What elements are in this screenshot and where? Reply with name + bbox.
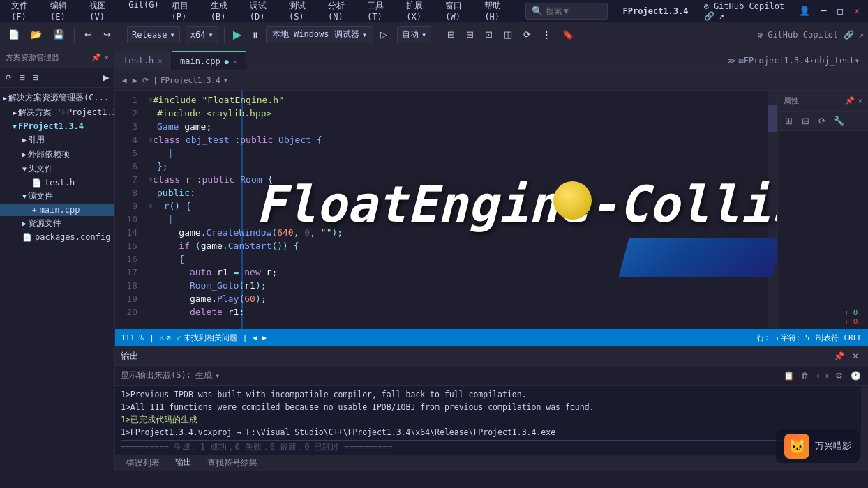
menu-tools[interactable]: 工具(T) (361, 0, 399, 23)
output-scrollbar[interactable] (861, 386, 868, 455)
sidebar-item-testh[interactable]: 📄 test.h (0, 176, 114, 189)
bottom-tab-errors[interactable]: 错误列表 (121, 455, 165, 472)
bottom-tab-find[interactable]: 查找符号结果 (202, 455, 263, 472)
tab-maincpp[interactable]: main.cpp ● ✕ (172, 51, 246, 70)
close-prop-icon[interactable]: ✕ (858, 96, 862, 105)
menu-extensions[interactable]: 扩展(X) (401, 0, 438, 23)
prop-btn-3[interactable]: ⟳ (814, 114, 830, 128)
toolbar-btn-5[interactable]: ⊞ (443, 28, 459, 41)
nav-back-button[interactable]: ◀ (121, 76, 128, 85)
menu-test[interactable]: 测试(S) (283, 0, 321, 23)
problem-status[interactable]: ✔ 未找到相关问题 (177, 333, 237, 343)
sidebar-item-resources[interactable]: ▶ 资源文件 (0, 216, 114, 231)
show-all-button[interactable]: ⋯ (43, 73, 56, 83)
global-search[interactable]: 🔍 (525, 3, 608, 20)
prop-btn-2[interactable]: ⊟ (798, 114, 813, 128)
new-file-button[interactable]: 📄 (4, 28, 24, 41)
redo-button[interactable]: ↪ (99, 28, 115, 41)
toolbar-btn-7[interactable]: ⊡ (481, 28, 497, 41)
bottom-tab-output[interactable]: 输出 (170, 455, 197, 472)
output-wrap-button[interactable]: ⟷ (815, 369, 829, 382)
close-button[interactable]: ✕ (851, 6, 862, 16)
tab-bar: test.h ✕ main.cpp ● ✕ ≫ ⊞ FProject1.3.4 … (115, 47, 868, 71)
run-button[interactable]: ▶ (230, 28, 244, 41)
filter-button[interactable]: ⊞ (16, 73, 28, 83)
tab-testh[interactable]: test.h ✕ (115, 51, 172, 70)
minimize-button[interactable]: ─ (818, 6, 830, 16)
toolbar-btn-9[interactable]: ⟳ (519, 28, 535, 41)
pin-icon[interactable]: 📌 (91, 53, 101, 62)
tab-close-icon-2[interactable]: ✕ (233, 57, 238, 66)
menu-git[interactable]: Git(G) (123, 0, 164, 23)
sidebar-item-maincpp[interactable]: + main.cpp (0, 204, 114, 216)
pause-button[interactable]: ⏸ (247, 29, 263, 40)
collapse-all-button[interactable]: ⊟ (29, 73, 41, 83)
sidebar-item-project[interactable]: ▼ FProject1.3.4 (0, 120, 114, 132)
output-controls[interactable]: 📌 ✕ (832, 350, 862, 363)
zoom-status[interactable]: 111 % (121, 333, 144, 342)
nav-forward-button[interactable]: ▶ (131, 76, 139, 85)
config-dropdown[interactable]: Release ▾ (127, 26, 180, 43)
menu-debug[interactable]: 调试(D) (244, 0, 282, 23)
output-copy-button[interactable]: 📋 (781, 369, 795, 382)
bookmark-button[interactable]: 🔖 (558, 28, 578, 41)
indent-status[interactable]: 制表符 (816, 333, 839, 343)
editor-scrollbar[interactable] (768, 91, 777, 329)
filter-dropdown[interactable]: 生成 ▾ (195, 369, 220, 381)
debug-dropdown[interactable]: 本地 Windows 调试器 ▾ (266, 26, 373, 43)
step-button[interactable]: ▷ (376, 28, 391, 41)
menu-help[interactable]: 帮助(H) (479, 0, 516, 23)
sync-button[interactable]: ⟳ (3, 73, 15, 83)
auto-dropdown[interactable]: 自动 ▾ (397, 26, 431, 43)
sidebar-item-references[interactable]: ▶ 引用 (0, 132, 114, 147)
sidebar-item-solution-explorer[interactable]: ▶ 解决方案资源管理器(C... (0, 91, 114, 105)
menu-view[interactable]: 视图(V) (84, 0, 121, 23)
prop-btn-1[interactable]: ⊞ (781, 114, 796, 128)
code-line-17: auto r1 = new r; (149, 266, 762, 279)
menu-project[interactable]: 项目(P) (166, 0, 204, 23)
tab-close-icon[interactable]: ✕ (158, 56, 163, 66)
code-content[interactable]: ∨ #include "FloatEngine.h" #include <ray… (143, 91, 768, 329)
pin-prop-icon[interactable]: 📌 (845, 96, 855, 105)
save-button[interactable]: 💾 (49, 28, 68, 41)
output-settings-button[interactable]: ⚙ (832, 369, 846, 382)
sidebar-item-solution[interactable]: ▶ 解决方案 'FProject1.3.4' (1 (0, 105, 114, 120)
menu-file[interactable]: 文件(F) (6, 0, 43, 23)
code-editor[interactable]: 12345 678910 1415161718 1920 ∨ #include … (115, 91, 777, 329)
prop-header-controls[interactable]: 📌 ✕ (845, 96, 862, 105)
search-input[interactable] (546, 6, 601, 16)
sidebar-item-packages[interactable]: 📄 packages.config (0, 231, 114, 243)
output-clear-button[interactable]: 🗑 (798, 369, 812, 382)
toolbar-btn-8[interactable]: ◫ (500, 28, 516, 41)
nav-forward-button[interactable]: ▶ (100, 73, 112, 83)
sidebar-item-headers[interactable]: ▼ 头文件 (0, 162, 114, 176)
arch-dropdown[interactable]: x64 ▾ (186, 26, 218, 43)
scrollbar-thumb[interactable] (768, 105, 777, 132)
menu-edit[interactable]: 编辑(E) (45, 0, 82, 23)
sidebar-controls[interactable]: 📌 ✕ (91, 53, 109, 62)
row-col-status[interactable]: 行: 5 字符: 5 (757, 333, 810, 343)
menu-window[interactable]: 窗口(W) (440, 0, 477, 23)
warning-status[interactable]: ⚠ ⊘ (160, 333, 171, 342)
menu-analyze[interactable]: 分析(N) (322, 0, 360, 23)
avatar-icon[interactable]: 👤 (796, 6, 813, 16)
nav-arrows-status[interactable]: ◀ ▶ (253, 333, 267, 342)
output-pin-button[interactable]: 📌 (832, 350, 846, 363)
output-toolbar[interactable]: 📋 🗑 ⟷ ⚙ 🕐 (781, 369, 862, 382)
prop-btn-4[interactable]: 🔧 (831, 114, 846, 128)
open-button[interactable]: 📂 (27, 28, 46, 41)
sidebar-close-icon[interactable]: ✕ (104, 53, 109, 62)
undo-button[interactable]: ↩ (80, 28, 96, 41)
line-ending-status[interactable]: CRLF (844, 333, 863, 342)
sidebar-item-external-deps[interactable]: ▶ 外部依赖项 (0, 147, 114, 162)
sidebar-item-sources[interactable]: ▼ 源文件 (0, 189, 114, 204)
output-close-button[interactable]: ✕ (848, 350, 862, 363)
output-clock-button[interactable]: 🕐 (848, 369, 862, 382)
menu-build[interactable]: 生成(B) (205, 0, 243, 23)
nav-sync-button[interactable]: ⟳ (141, 76, 150, 85)
error-icon: ⊘ (166, 333, 171, 342)
menu-bar[interactable]: 文件(F) 编辑(E) 视图(V) Git(G) 项目(P) 生成(B) 调试(… (6, 0, 517, 23)
maximize-button[interactable]: □ (835, 6, 846, 16)
toolbar-btn-10[interactable]: ⋮ (538, 28, 555, 41)
toolbar-btn-6[interactable]: ⊟ (462, 28, 478, 41)
